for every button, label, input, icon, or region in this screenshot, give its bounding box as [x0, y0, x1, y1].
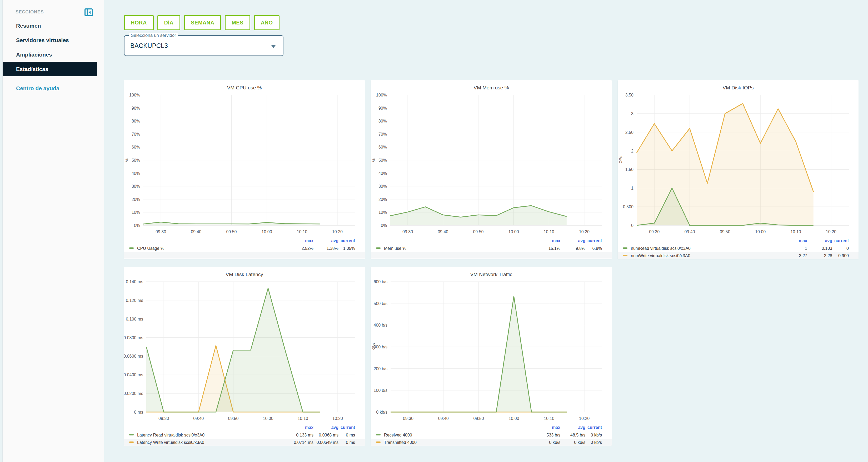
- chart-plot: 09:3009:4009:5010:0010:1010:200 kb/s100 …: [371, 277, 612, 424]
- svg-text:50%: 50%: [378, 158, 387, 163]
- legend-series-name: numRead virtualdisk scsi0/x3A0: [618, 245, 782, 252]
- legend-value-avg: 2.28: [807, 252, 832, 259]
- legend-row-numread-virtualdisk-scsi0-x3a0: numRead virtualdisk scsi0/x3A010.1030: [618, 245, 859, 252]
- time-range-button-mes[interactable]: MES: [225, 15, 250, 30]
- chart-legend: maxavgcurrentCPU Usage %2.52%1.38%1.05%: [124, 237, 365, 259]
- chart-title: VM Mem use %: [371, 80, 612, 91]
- legend-header-row: maxavgcurrent: [371, 237, 612, 245]
- svg-text:60%: 60%: [132, 145, 140, 150]
- legend-header-row: maxavgcurrent: [124, 424, 365, 431]
- legend-header-max[interactable]: max: [535, 237, 560, 245]
- svg-text:09:30: 09:30: [402, 230, 413, 234]
- svg-text:500 b/s: 500 b/s: [374, 301, 388, 306]
- svg-text:10:10: 10:10: [790, 230, 801, 234]
- sidebar-item-resumen[interactable]: Resumen: [3, 19, 104, 33]
- legend-header-spacer: [371, 237, 535, 245]
- sidebar-item-servidores-virtuales[interactable]: Servidores virtuales: [3, 33, 104, 47]
- svg-text:100%: 100%: [129, 93, 140, 97]
- legend-header-current[interactable]: current: [832, 237, 859, 245]
- svg-text:10%: 10%: [132, 210, 140, 214]
- legend-header-avg[interactable]: avg: [807, 237, 832, 245]
- svg-text:400 b/s: 400 b/s: [374, 323, 388, 327]
- time-range-button-hora[interactable]: HORA: [124, 15, 154, 30]
- legend-row-received-4000: Received 4000533 b/s48.5 b/s0 kb/s: [371, 431, 612, 439]
- legend-series-marker-icon: [376, 441, 380, 443]
- legend-header-max[interactable]: max: [288, 237, 313, 245]
- svg-text:0.0600 ms: 0.0600 ms: [124, 354, 143, 358]
- svg-text:10:20: 10:20: [332, 230, 343, 234]
- svg-text:10:00: 10:00: [261, 230, 272, 234]
- legend-header-avg[interactable]: avg: [560, 237, 585, 245]
- legend-series-name: Latency Read virtualdisk scsi0/x3A0: [124, 431, 288, 439]
- legend-row-latency-read-virtualdisk-scsi0-x3a0: Latency Read virtualdisk scsi0/x3A00.133…: [124, 431, 365, 439]
- legend-series-name: Mem use %: [371, 245, 535, 252]
- chart-title: VM Disk Latency: [124, 267, 365, 277]
- sidebar-item-ampliaciones[interactable]: Ampliaciones: [3, 47, 104, 62]
- legend-empty-stripe: [371, 252, 612, 259]
- legend-row-cpu-usage: CPU Usage %2.52%1.38%1.05%: [124, 245, 365, 252]
- collapse-sidebar-icon[interactable]: [84, 8, 93, 17]
- svg-text:%: %: [371, 158, 376, 162]
- chart-title: VM CPU use %: [124, 80, 365, 91]
- chart-legend: maxavgcurrentMem use %15.1%9.8%6.8%: [371, 237, 612, 259]
- server-select[interactable]: Selecciona un servidor BACKUPCL3: [124, 35, 283, 56]
- legend-series-marker-icon: [129, 441, 134, 443]
- legend-series-name: Received 4000: [371, 431, 535, 439]
- legend-row-mem-use: Mem use %15.1%9.8%6.8%: [371, 245, 612, 252]
- svg-text:09:50: 09:50: [226, 230, 237, 234]
- svg-text:0%: 0%: [134, 223, 140, 228]
- svg-text:60%: 60%: [378, 145, 387, 150]
- svg-text:2.50: 2.50: [625, 130, 633, 135]
- legend-header-avg[interactable]: avg: [313, 424, 338, 431]
- legend-value-current: 0 kb/s: [585, 431, 612, 439]
- sidebar-item-help[interactable]: Centro de ayuda: [3, 82, 104, 95]
- svg-text:09:40: 09:40: [193, 416, 204, 421]
- legend-header-current[interactable]: current: [338, 424, 365, 431]
- svg-text:100%: 100%: [376, 93, 387, 97]
- time-range-button-dia[interactable]: DÍA: [157, 15, 181, 30]
- svg-text:10:10: 10:10: [544, 230, 554, 234]
- svg-text:09:30: 09:30: [158, 416, 169, 421]
- chart-title: VM Disk IOPs: [618, 80, 859, 91]
- sidebar: SECCIONES ResumenServidores virtualesAmp…: [2, 0, 104, 462]
- legend-series-name: CPU Usage %: [124, 245, 288, 252]
- svg-text:10:00: 10:00: [263, 416, 274, 421]
- svg-text:0.0800 ms: 0.0800 ms: [124, 335, 143, 340]
- svg-text:09:50: 09:50: [473, 230, 484, 234]
- svg-text:1: 1: [631, 186, 633, 190]
- svg-text:0.0200 ms: 0.0200 ms: [124, 391, 143, 396]
- sidebar-nav: ResumenServidores virtualesAmpliacionesE…: [3, 19, 104, 76]
- svg-text:IOPs: IOPs: [618, 156, 623, 164]
- svg-text:09:50: 09:50: [473, 416, 484, 421]
- legend-value-max: 2.52%: [288, 245, 313, 252]
- sidebar-item-estadisticas[interactable]: Estadísticas: [3, 62, 97, 76]
- legend-value-max: 533 b/s: [535, 431, 560, 439]
- main-content: HORADÍASEMANAMESAÑO Selecciona un servid…: [104, 0, 868, 462]
- legend-header-avg[interactable]: avg: [313, 237, 338, 245]
- charts-grid: VM CPU use %09:3009:4009:5010:0010:1010:…: [124, 80, 868, 446]
- svg-text:10:10: 10:10: [544, 416, 554, 421]
- legend-header-current[interactable]: current: [585, 424, 612, 431]
- legend-series-name: numWrite virtualdisk scsi0/x3A0: [618, 252, 782, 259]
- chevron-down-icon: [271, 45, 276, 48]
- svg-text:10:00: 10:00: [508, 416, 519, 421]
- legend-value-avg: 9.8%: [560, 245, 585, 252]
- svg-text:09:30: 09:30: [156, 230, 166, 234]
- svg-text:10:10: 10:10: [298, 416, 308, 421]
- chart-plot: 09:3009:4009:5010:0010:1010:200%10%20%30…: [124, 91, 365, 237]
- legend-header-max[interactable]: max: [535, 424, 560, 431]
- legend-value-avg: 0.0368 ms: [313, 431, 338, 439]
- svg-text:600 b/s: 600 b/s: [374, 279, 388, 284]
- time-range-buttons: HORADÍASEMANAMESAÑO: [124, 15, 868, 30]
- svg-text:20%: 20%: [132, 197, 140, 202]
- legend-header-max[interactable]: max: [782, 237, 807, 245]
- time-range-button-ano[interactable]: AÑO: [254, 15, 280, 30]
- legend-header-current[interactable]: current: [338, 237, 365, 245]
- legend-header-current[interactable]: current: [585, 237, 612, 245]
- svg-text:10:10: 10:10: [297, 230, 307, 234]
- legend-header-max[interactable]: max: [288, 424, 313, 431]
- legend-value-avg: 1.38%: [313, 245, 338, 252]
- legend-header-avg[interactable]: avg: [560, 424, 585, 431]
- svg-text:80%: 80%: [378, 119, 387, 123]
- time-range-button-semana[interactable]: SEMANA: [184, 15, 221, 30]
